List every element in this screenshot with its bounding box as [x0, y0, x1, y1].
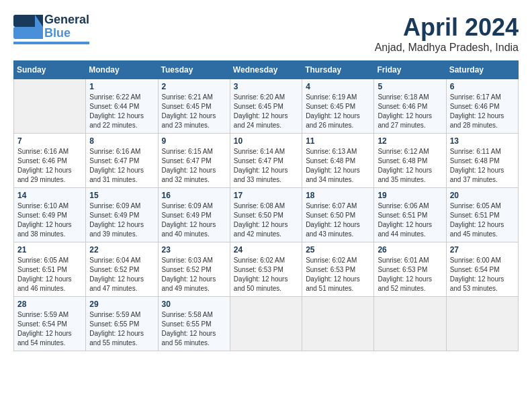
day-info: Sunrise: 6:02 AM Sunset: 6:53 PM Dayligh…: [306, 256, 370, 293]
logo-blue-text: Blue: [44, 27, 89, 40]
day-info: Sunrise: 6:04 AM Sunset: 6:52 PM Dayligh…: [89, 256, 154, 293]
day-info: Sunrise: 6:12 AM Sunset: 6:48 PM Dayligh…: [378, 147, 442, 185]
day-info: Sunrise: 6:05 AM Sunset: 6:51 PM Dayligh…: [450, 201, 515, 239]
calendar-cell: 10Sunrise: 6:14 AM Sunset: 6:47 PM Dayli…: [230, 134, 302, 188]
calendar-cell: 8Sunrise: 6:16 AM Sunset: 6:47 PM Daylig…: [86, 134, 158, 188]
calendar-cell: 6Sunrise: 6:17 AM Sunset: 6:46 PM Daylig…: [446, 79, 518, 134]
day-info: Sunrise: 5:58 AM Sunset: 6:55 PM Dayligh…: [162, 310, 226, 348]
day-info: Sunrise: 6:07 AM Sunset: 6:50 PM Dayligh…: [306, 201, 370, 239]
day-info: Sunrise: 6:15 AM Sunset: 6:47 PM Dayligh…: [162, 147, 226, 185]
calendar-cell: 15Sunrise: 6:09 AM Sunset: 6:49 PM Dayli…: [86, 188, 158, 242]
day-number: 27: [450, 245, 515, 255]
calendar-cell: 5Sunrise: 6:18 AM Sunset: 6:46 PM Daylig…: [374, 79, 446, 134]
week-row-3: 21Sunrise: 6:05 AM Sunset: 6:51 PM Dayli…: [14, 242, 519, 297]
day-info: Sunrise: 6:18 AM Sunset: 6:46 PM Dayligh…: [378, 93, 442, 130]
day-info: Sunrise: 6:02 AM Sunset: 6:53 PM Dayligh…: [234, 256, 298, 293]
day-info: Sunrise: 6:22 AM Sunset: 6:44 PM Dayligh…: [89, 93, 154, 130]
calendar-cell: 21Sunrise: 6:05 AM Sunset: 6:51 PM Dayli…: [14, 242, 86, 297]
logo-icon: [13, 15, 43, 39]
calendar-header: SundayMondayTuesdayWednesdayThursdayFrid…: [14, 61, 519, 79]
day-number: 11: [306, 136, 370, 146]
calendar-cell: 24Sunrise: 6:02 AM Sunset: 6:53 PM Dayli…: [230, 242, 302, 297]
calendar-cell: 20Sunrise: 6:05 AM Sunset: 6:51 PM Dayli…: [446, 188, 518, 242]
calendar-cell: 17Sunrise: 6:08 AM Sunset: 6:50 PM Dayli…: [230, 188, 302, 242]
day-number: 12: [378, 136, 442, 146]
day-number: 23: [162, 245, 226, 255]
calendar-cell: 12Sunrise: 6:12 AM Sunset: 6:48 PM Dayli…: [374, 134, 446, 188]
month-title: April 2024: [375, 13, 519, 42]
calendar-cell: 3Sunrise: 6:20 AM Sunset: 6:45 PM Daylig…: [230, 79, 302, 134]
day-number: 15: [89, 191, 154, 200]
day-number: 10: [234, 136, 298, 146]
weekday-header-tuesday: Tuesday: [158, 61, 230, 79]
day-number: 28: [17, 300, 82, 309]
calendar-cell: 23Sunrise: 6:03 AM Sunset: 6:52 PM Dayli…: [158, 242, 230, 297]
calendar-cell: 29Sunrise: 5:59 AM Sunset: 6:55 PM Dayli…: [86, 297, 158, 351]
day-info: Sunrise: 6:21 AM Sunset: 6:45 PM Dayligh…: [162, 93, 226, 130]
day-number: 3: [234, 82, 298, 91]
day-info: Sunrise: 6:09 AM Sunset: 6:49 PM Dayligh…: [89, 201, 154, 239]
calendar-cell: 28Sunrise: 5:59 AM Sunset: 6:54 PM Dayli…: [14, 297, 86, 351]
calendar-cell: [302, 297, 374, 351]
day-info: Sunrise: 6:13 AM Sunset: 6:48 PM Dayligh…: [306, 147, 370, 185]
calendar-cell: 18Sunrise: 6:07 AM Sunset: 6:50 PM Dayli…: [302, 188, 374, 242]
day-number: 7: [17, 136, 82, 146]
calendar-cell: 1Sunrise: 6:22 AM Sunset: 6:44 PM Daylig…: [86, 79, 158, 134]
week-row-1: 7Sunrise: 6:16 AM Sunset: 6:46 PM Daylig…: [14, 134, 519, 188]
day-info: Sunrise: 6:14 AM Sunset: 6:47 PM Dayligh…: [234, 147, 298, 185]
day-info: Sunrise: 6:03 AM Sunset: 6:52 PM Dayligh…: [162, 256, 226, 293]
day-info: Sunrise: 6:16 AM Sunset: 6:47 PM Dayligh…: [89, 147, 154, 185]
day-number: 21: [17, 245, 82, 255]
calendar-cell: 19Sunrise: 6:06 AM Sunset: 6:51 PM Dayli…: [374, 188, 446, 242]
calendar-cell: [446, 297, 518, 351]
calendar-cell: 14Sunrise: 6:10 AM Sunset: 6:49 PM Dayli…: [14, 188, 86, 242]
day-info: Sunrise: 6:00 AM Sunset: 6:54 PM Dayligh…: [450, 256, 515, 293]
day-number: 19: [378, 191, 442, 200]
day-info: Sunrise: 6:01 AM Sunset: 6:53 PM Dayligh…: [378, 256, 442, 293]
weekday-header-thursday: Thursday: [302, 61, 374, 79]
calendar-cell: 9Sunrise: 6:15 AM Sunset: 6:47 PM Daylig…: [158, 134, 230, 188]
day-number: 25: [306, 245, 370, 255]
day-info: Sunrise: 6:19 AM Sunset: 6:45 PM Dayligh…: [306, 93, 370, 130]
day-info: Sunrise: 6:10 AM Sunset: 6:49 PM Dayligh…: [17, 201, 82, 239]
day-number: 1: [89, 82, 154, 91]
weekday-header-wednesday: Wednesday: [230, 61, 302, 79]
week-row-0: 1Sunrise: 6:22 AM Sunset: 6:44 PM Daylig…: [14, 79, 519, 134]
logo-bar: [13, 42, 89, 44]
day-number: 6: [450, 82, 515, 91]
day-number: 9: [162, 136, 226, 146]
calendar-cell: 13Sunrise: 6:11 AM Sunset: 6:48 PM Dayli…: [446, 134, 518, 188]
day-info: Sunrise: 5:59 AM Sunset: 6:54 PM Dayligh…: [17, 310, 82, 348]
day-number: 22: [89, 245, 154, 255]
day-number: 17: [234, 191, 298, 200]
calendar-cell: 27Sunrise: 6:00 AM Sunset: 6:54 PM Dayli…: [446, 242, 518, 297]
calendar-body: 1Sunrise: 6:22 AM Sunset: 6:44 PM Daylig…: [14, 79, 519, 351]
calendar-cell: 11Sunrise: 6:13 AM Sunset: 6:48 PM Dayli…: [302, 134, 374, 188]
day-number: 2: [162, 82, 226, 91]
week-row-4: 28Sunrise: 5:59 AM Sunset: 6:54 PM Dayli…: [14, 297, 519, 351]
logo: General Blue: [13, 13, 89, 44]
day-info: Sunrise: 6:20 AM Sunset: 6:45 PM Dayligh…: [234, 93, 298, 130]
day-info: Sunrise: 6:05 AM Sunset: 6:51 PM Dayligh…: [17, 256, 82, 293]
day-number: 26: [378, 245, 442, 255]
day-number: 14: [17, 191, 82, 200]
day-info: Sunrise: 6:06 AM Sunset: 6:51 PM Dayligh…: [378, 201, 442, 239]
calendar-cell: 30Sunrise: 5:58 AM Sunset: 6:55 PM Dayli…: [158, 297, 230, 351]
day-info: Sunrise: 6:09 AM Sunset: 6:49 PM Dayligh…: [162, 201, 226, 239]
day-info: Sunrise: 6:11 AM Sunset: 6:48 PM Dayligh…: [450, 147, 515, 185]
calendar-cell: [374, 297, 446, 351]
weekday-header-sunday: Sunday: [14, 61, 86, 79]
calendar-cell: [230, 297, 302, 351]
calendar-cell: 25Sunrise: 6:02 AM Sunset: 6:53 PM Dayli…: [302, 242, 374, 297]
day-info: Sunrise: 5:59 AM Sunset: 6:55 PM Dayligh…: [89, 310, 154, 348]
day-number: 29: [89, 300, 154, 309]
day-number: 13: [450, 136, 515, 146]
day-number: 5: [378, 82, 442, 91]
calendar-cell: 2Sunrise: 6:21 AM Sunset: 6:45 PM Daylig…: [158, 79, 230, 134]
header-row: SundayMondayTuesdayWednesdayThursdayFrid…: [14, 61, 519, 79]
calendar-cell: 22Sunrise: 6:04 AM Sunset: 6:52 PM Dayli…: [86, 242, 158, 297]
page-header: General Blue April 2024 Anjad, Madhya Pr…: [13, 13, 519, 54]
calendar-cell: 7Sunrise: 6:16 AM Sunset: 6:46 PM Daylig…: [14, 134, 86, 188]
day-number: 30: [162, 300, 226, 309]
week-row-2: 14Sunrise: 6:10 AM Sunset: 6:49 PM Dayli…: [14, 188, 519, 242]
